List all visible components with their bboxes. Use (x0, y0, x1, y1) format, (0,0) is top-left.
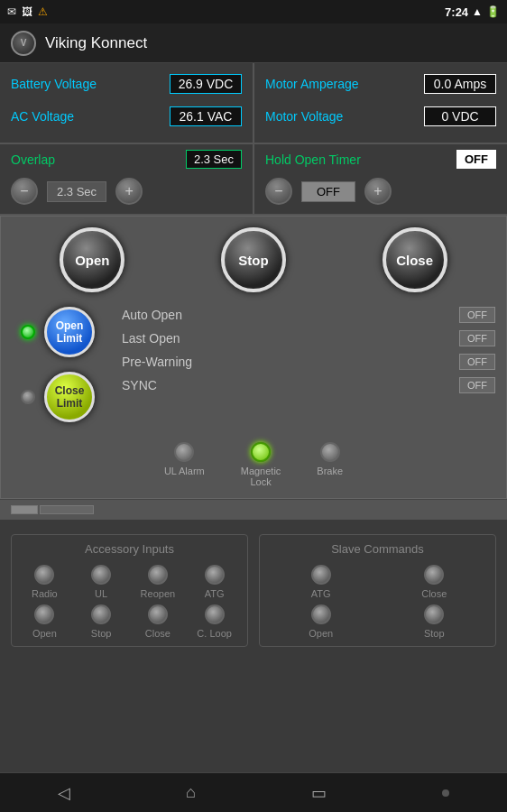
ul-alarm-dot (174, 442, 194, 462)
email-icon: ✉ (7, 5, 16, 18)
hold-open-label: Hold Open Timer (265, 152, 361, 167)
input-close-label: Close (145, 628, 171, 639)
tab-1[interactable] (11, 505, 38, 514)
accessory-inputs-grid-row1: Radio UL Reopen ATG Open Stop (19, 565, 240, 639)
input-open-dot (34, 604, 54, 624)
tab-area (0, 499, 507, 520)
slave-stop-dot (424, 604, 444, 624)
stop-button[interactable]: Stop (221, 227, 286, 292)
sync-label: SYNC (122, 378, 157, 392)
main-buttons-row: Open Stop Close (12, 227, 495, 292)
brake-indicator: Brake (317, 442, 343, 487)
hold-open-stepper-value: OFF (301, 181, 355, 202)
hold-open-row: Hold Open Timer OFF (265, 150, 496, 169)
title-bar: V Viking Konnect (0, 23, 507, 63)
image-icon: 🖼 (22, 5, 32, 18)
status-bar-left: ✉ 🖼 ⚠ (7, 5, 48, 18)
input-atg: ATG (189, 565, 240, 599)
overlap-stepper: − 2.3 Sec + (11, 174, 242, 208)
input-reopen: Reopen (133, 565, 184, 599)
last-open-row: Last Open OFF (122, 330, 495, 346)
motor-amperage-label: Motor Amperage (265, 77, 359, 91)
input-reopen-dot (148, 565, 168, 585)
open-limit-button[interactable]: OpenLimit (44, 307, 95, 357)
hold-open-increment-button[interactable]: + (364, 178, 392, 205)
last-open-label: Last Open (122, 331, 180, 346)
pre-warning-toggle[interactable]: OFF (459, 354, 495, 370)
slave-close-dot (424, 565, 444, 585)
nav-dot (442, 789, 449, 797)
slave-atg-label: ATG (311, 588, 331, 599)
slave-commands-grid: ATG Close Open Stop (267, 565, 488, 639)
sync-toggle[interactable]: OFF (459, 377, 495, 393)
motor-amperage-value: 0.0 Amps (424, 74, 496, 94)
ac-voltage-row: AC Voltage 26.1 VAC (11, 103, 242, 130)
slave-commands-box: Slave Commands ATG Close Open Stop (259, 534, 496, 647)
input-close: Close (133, 604, 184, 639)
open-button[interactable]: Open (60, 227, 124, 292)
close-limit-label: CloseLimit (55, 384, 85, 411)
overlap-value: 2.3 Sec (186, 150, 242, 169)
slave-close-label: Close (421, 588, 447, 599)
limits-column: OpenLimit CloseLimit (12, 307, 95, 422)
input-radio-dot (34, 565, 54, 585)
input-cloop-label: C. Loop (197, 628, 232, 639)
hold-open-right: Hold Open Timer OFF − OFF + (254, 144, 507, 214)
brake-label: Brake (317, 466, 343, 476)
close-button[interactable]: Close (383, 227, 447, 292)
slave-stop-label: Stop (424, 628, 445, 639)
sync-row: SYNC OFF (122, 377, 495, 393)
auto-open-toggle[interactable]: OFF (459, 307, 495, 323)
overlap-decrement-button[interactable]: − (11, 178, 38, 205)
overlap-label: Overlap (11, 152, 55, 167)
back-icon[interactable]: ◁ (58, 783, 70, 803)
input-open: Open (19, 604, 70, 639)
close-limit-row: CloseLimit (21, 372, 95, 422)
motor-voltage-label: Motor Voltage (265, 109, 343, 124)
overlap-section: Overlap 2.3 Sec − 2.3 Sec + Hold Open Ti… (0, 144, 507, 216)
controls-area: OpenLimit CloseLimit Auto Open OFF Last … (12, 307, 495, 422)
open-limit-row: OpenLimit (21, 307, 95, 357)
input-stop-dot (91, 604, 111, 624)
input-cloop-dot (205, 604, 225, 624)
ac-voltage-value: 26.1 VAC (170, 106, 242, 126)
wifi-icon: ▲ (472, 5, 483, 18)
close-limit-button[interactable]: CloseLimit (44, 372, 95, 422)
magnetic-lock-indicator: MagneticLock (241, 442, 281, 487)
input-radio-label: Radio (32, 588, 58, 599)
open-button-label: Open (75, 253, 109, 268)
overlap-increment-button[interactable]: + (115, 178, 143, 205)
slave-open-label: Open (309, 628, 333, 639)
ac-voltage-label: AC Voltage (11, 109, 74, 124)
input-stop: Stop (76, 604, 127, 639)
motor-amperage-row: Motor Amperage 0.0 Amps (265, 70, 496, 97)
hold-open-stepper: − OFF + (265, 174, 496, 208)
close-limit-indicator (21, 390, 35, 404)
hold-open-decrement-button[interactable]: − (265, 178, 292, 205)
home-icon[interactable]: ⌂ (186, 783, 196, 802)
ul-alarm-label: UL Alarm (164, 466, 205, 476)
close-button-label: Close (396, 253, 433, 268)
slave-open-dot (311, 604, 331, 624)
ul-alarm-indicator: UL Alarm (164, 442, 205, 487)
status-time: 7:24 (445, 5, 468, 19)
slave-open: Open (267, 604, 375, 639)
input-atg-label: ATG (205, 588, 225, 599)
battery-voltage-row: Battery Voltage 26.9 VDC (11, 70, 242, 97)
app-logo: V (11, 31, 36, 56)
accessory-inputs-box: Accessory Inputs Radio UL Reopen ATG Ope… (11, 534, 248, 647)
last-open-toggle[interactable]: OFF (459, 330, 495, 346)
status-icons-right: 7:24 ▲ 🔋 (445, 5, 500, 19)
input-stop-label: Stop (91, 628, 112, 639)
metrics-left: Battery Voltage 26.9 VDC AC Voltage 26.1… (0, 63, 254, 143)
input-cloop: C. Loop (189, 604, 240, 639)
battery-voltage-label: Battery Voltage (11, 77, 97, 91)
tab-2[interactable] (40, 505, 94, 514)
metrics-right: Motor Amperage 0.0 Amps Motor Voltage 0 … (254, 63, 507, 143)
recents-icon[interactable]: ▭ (311, 783, 327, 803)
overlap-stepper-value: 2.3 Sec (47, 181, 106, 202)
slave-atg-dot (311, 565, 331, 585)
input-atg-dot (205, 565, 225, 585)
accessory-inputs-title: Accessory Inputs (19, 542, 240, 556)
magnetic-lock-label: MagneticLock (241, 466, 281, 487)
